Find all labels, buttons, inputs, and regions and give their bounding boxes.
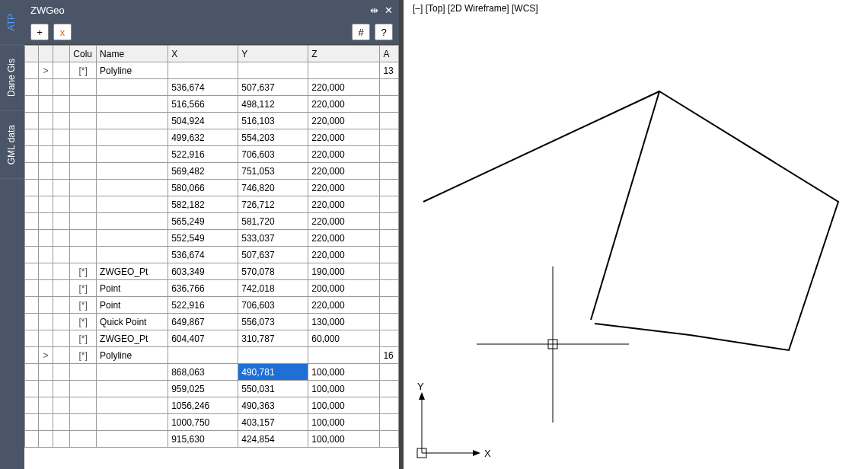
ext-cell[interactable] — [380, 180, 399, 196]
x-cell[interactable]: 536,674 — [168, 79, 238, 96]
cell[interactable] — [25, 414, 39, 431]
cell[interactable] — [70, 96, 97, 113]
cell[interactable] — [25, 196, 39, 213]
name-cell[interactable] — [97, 230, 168, 247]
cell[interactable] — [53, 247, 70, 263]
y-cell[interactable]: 550,031 — [238, 381, 308, 397]
y-cell[interactable]: 498,112 — [238, 96, 308, 113]
cell[interactable] — [25, 280, 39, 297]
y-cell[interactable]: 726,712 — [238, 196, 308, 213]
table-row[interactable]: 552,549533,037220,000 — [25, 230, 399, 247]
col-y[interactable]: Y — [238, 46, 308, 62]
expand-icon[interactable]: > — [39, 347, 53, 364]
cell[interactable] — [53, 397, 70, 414]
x-cell[interactable]: 522,916 — [168, 146, 238, 163]
cell[interactable] — [39, 180, 53, 196]
name-cell[interactable] — [97, 431, 168, 448]
y-cell[interactable]: 554,203 — [238, 129, 308, 146]
cell[interactable] — [39, 247, 53, 263]
name-cell[interactable] — [97, 247, 168, 263]
ext-cell[interactable] — [380, 263, 399, 280]
name-cell[interactable] — [97, 146, 168, 163]
add-button[interactable]: + — [30, 24, 49, 40]
cell[interactable] — [70, 163, 97, 180]
cell[interactable] — [25, 230, 39, 247]
x-cell[interactable]: 565,249 — [168, 213, 238, 230]
remove-button[interactable]: x — [53, 24, 72, 40]
cell[interactable] — [39, 297, 53, 314]
name-cell[interactable] — [97, 79, 168, 96]
name-cell[interactable]: ZWGEO_Pt — [97, 330, 168, 347]
x-cell[interactable]: 868,063 — [168, 364, 238, 381]
cell[interactable] — [53, 330, 70, 347]
x-cell[interactable]: 1000,750 — [168, 414, 238, 431]
z-cell[interactable]: 100,000 — [308, 397, 380, 414]
y-cell[interactable]: 403,157 — [238, 414, 308, 431]
ext-cell[interactable] — [380, 280, 399, 297]
cell[interactable] — [53, 230, 70, 247]
col-x[interactable]: X — [168, 46, 238, 62]
ext-cell[interactable] — [380, 330, 399, 347]
table-row[interactable]: [*]ZWGEO_Pt603,349570,078190,000 — [25, 263, 399, 280]
cell[interactable] — [25, 146, 39, 163]
table-row[interactable]: 580,066746,820220,000 — [25, 180, 399, 196]
x-cell[interactable]: 649,867 — [168, 314, 238, 330]
cell[interactable] — [39, 397, 53, 414]
cell[interactable] — [39, 431, 53, 448]
x-cell[interactable]: 499,632 — [168, 129, 238, 146]
y-cell[interactable]: 706,603 — [238, 297, 308, 314]
col-h1[interactable] — [39, 46, 53, 62]
x-cell[interactable]: 536,674 — [168, 247, 238, 263]
cell[interactable] — [39, 364, 53, 381]
cell[interactable] — [39, 314, 53, 330]
cell[interactable] — [39, 196, 53, 213]
cell[interactable] — [25, 297, 39, 314]
cad-viewport[interactable]: [–] [Top] [2D Wireframe] [WCS] X Y — [408, 0, 868, 469]
x-cell[interactable]: 569,482 — [168, 163, 238, 180]
name-cell[interactable]: Polyline — [97, 62, 168, 79]
x-cell[interactable]: 603,349 — [168, 263, 238, 280]
cell[interactable] — [70, 364, 97, 381]
ext-cell[interactable] — [380, 397, 399, 414]
ext-cell[interactable] — [380, 431, 399, 448]
x-cell[interactable] — [168, 347, 238, 364]
name-cell[interactable]: ZWGEO_Pt — [97, 263, 168, 280]
cell[interactable] — [39, 263, 53, 280]
ext-cell[interactable] — [380, 381, 399, 397]
bracket-cell[interactable]: [*] — [70, 263, 97, 280]
bracket-cell[interactable]: [*] — [70, 297, 97, 314]
cell[interactable] — [25, 129, 39, 146]
ext-cell[interactable] — [380, 297, 399, 314]
coord-table-wrap[interactable]: Colu Name X Y Z A >[*]Polyline13536,6745… — [24, 44, 399, 469]
z-cell[interactable]: 220,000 — [308, 146, 380, 163]
table-row[interactable]: [*]ZWGEO_Pt604,407310,78760,000 — [25, 330, 399, 347]
bracket-cell[interactable]: [*] — [70, 62, 97, 79]
name-cell[interactable] — [97, 96, 168, 113]
z-cell[interactable]: 220,000 — [308, 297, 380, 314]
z-cell[interactable] — [308, 347, 380, 364]
name-cell[interactable] — [97, 180, 168, 196]
table-row[interactable]: >[*]Polyline16 — [25, 347, 399, 364]
x-cell[interactable]: 959,025 — [168, 381, 238, 397]
ext-cell[interactable] — [380, 146, 399, 163]
z-cell[interactable]: 220,000 — [308, 96, 380, 113]
table-row[interactable]: [*]Quick Point649,867556,073130,000 — [25, 314, 399, 330]
table-row[interactable]: 499,632554,203220,000 — [25, 129, 399, 146]
cell[interactable] — [25, 431, 39, 448]
z-cell[interactable] — [308, 62, 380, 79]
side-tab-atp[interactable]: ATP — [0, 0, 24, 45]
cell[interactable] — [53, 263, 70, 280]
z-cell[interactable]: 220,000 — [308, 213, 380, 230]
bracket-cell[interactable]: [*] — [70, 330, 97, 347]
ext-cell[interactable] — [380, 113, 399, 129]
help-button[interactable]: ? — [375, 24, 393, 40]
col-z[interactable]: Z — [308, 46, 380, 62]
col-h0[interactable] — [25, 46, 39, 62]
y-cell[interactable]: 742,018 — [238, 280, 308, 297]
panel-close-icon[interactable]: ✕ — [385, 5, 393, 16]
z-cell[interactable]: 220,000 — [308, 230, 380, 247]
cell[interactable] — [39, 129, 53, 146]
z-cell[interactable]: 220,000 — [308, 129, 380, 146]
x-cell[interactable]: 522,916 — [168, 297, 238, 314]
cell[interactable] — [70, 129, 97, 146]
